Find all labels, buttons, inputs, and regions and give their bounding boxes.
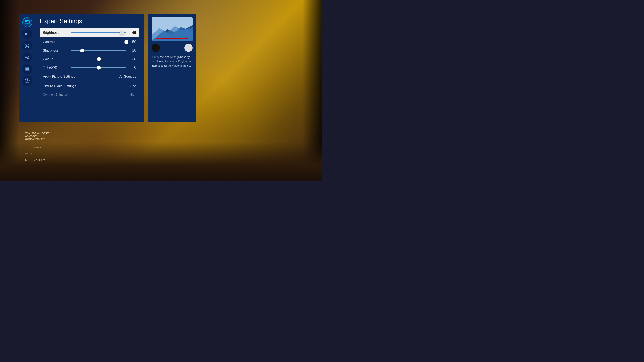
info-panel: Adjust the picture brightness by fine-tu… — [148, 13, 196, 122]
svg-point-3 — [27, 45, 28, 46]
apply-picture-value: All Sources — [120, 75, 136, 78]
tint-slider[interactable] — [71, 66, 126, 70]
dark-circle — [152, 44, 160, 52]
colour-row[interactable]: Colour 25 — [40, 55, 139, 63]
tint-row[interactable]: Tint (G/R) 0 — [40, 63, 139, 72]
preview-image — [152, 17, 192, 41]
info-description: Adjust the picture brightness by fine-tu… — [152, 55, 192, 68]
settings-panel: Expert Settings Brightness 46 Contrast 5… — [20, 13, 144, 122]
contrast-row[interactable]: Contrast 50 — [40, 38, 139, 46]
svg-marker-2 — [25, 32, 27, 35]
svg-line-10 — [26, 46, 27, 47]
svg-point-7 — [28, 47, 29, 47]
sidebar-icon-sound[interactable] — [22, 29, 32, 39]
contrast-slider[interactable] — [71, 40, 126, 44]
picture-clarity-value: Auto — [129, 84, 136, 88]
svg-point-4 — [25, 44, 26, 44]
picture-clarity-row[interactable]: Picture Clarity Settings Auto — [40, 81, 139, 91]
book-title-2: TREASURES OF THE NILE VALLEY — [25, 146, 50, 162]
settings-content: Expert Settings Brightness 46 Contrast 5… — [35, 13, 144, 122]
sidebar-icon-picture[interactable] — [22, 17, 32, 27]
sharpness-value: 10 — [129, 48, 136, 52]
svg-line-9 — [27, 45, 29, 45]
svg-rect-24 — [177, 23, 178, 29]
contrast-value: 50 — [129, 40, 136, 44]
preview-controls — [152, 44, 192, 52]
sidebar-icon-accessibility[interactable] — [22, 64, 32, 74]
page-title: Expert Settings — [40, 17, 139, 25]
sharpness-row[interactable]: Sharpness 10 — [40, 46, 139, 55]
brightness-label: Brightness — [43, 31, 68, 35]
sharpness-label: Sharpness — [43, 49, 68, 52]
svg-line-11 — [27, 46, 29, 47]
contrast-enhancer-row[interactable]: Contrast Enhancer High — [40, 91, 139, 98]
sidebar-icon-support[interactable] — [22, 76, 32, 85]
colour-slider[interactable] — [71, 57, 126, 61]
svg-point-6 — [25, 47, 26, 47]
svg-point-19 — [27, 81, 28, 82]
brightness-row[interactable]: Brightness 46 — [40, 28, 139, 37]
light-circle — [184, 44, 192, 52]
brightness-slider[interactable] — [71, 31, 126, 35]
svg-point-1 — [26, 21, 27, 22]
contrast-enhancer-value: High — [130, 93, 136, 96]
picture-clarity-label: Picture Clarity Settings — [43, 84, 76, 88]
sidebar-icon-network[interactable] — [22, 41, 32, 50]
book-title-1: The LIFE and DEATH of MOSES ROSENTHALER — [25, 132, 50, 141]
contrast-enhancer-label: Contrast Enhancer — [43, 93, 69, 96]
contrast-label: Contrast — [43, 40, 68, 44]
svg-point-12 — [27, 57, 28, 58]
tint-label: Tint (G/R) — [43, 66, 68, 70]
apply-picture-row[interactable]: Apply Picture Settings All Sources — [40, 72, 139, 81]
apply-picture-label: Apply Picture Settings — [43, 75, 75, 78]
sharpness-slider[interactable] — [71, 49, 126, 52]
sidebar — [20, 13, 35, 122]
colour-value: 25 — [129, 57, 136, 61]
tint-value: 0 — [129, 65, 136, 70]
sidebar-icon-broadcast[interactable] — [22, 52, 32, 62]
colour-label: Colour — [43, 57, 68, 61]
svg-point-5 — [28, 44, 29, 44]
svg-line-8 — [26, 45, 27, 45]
brightness-value: 46 — [129, 30, 136, 35]
